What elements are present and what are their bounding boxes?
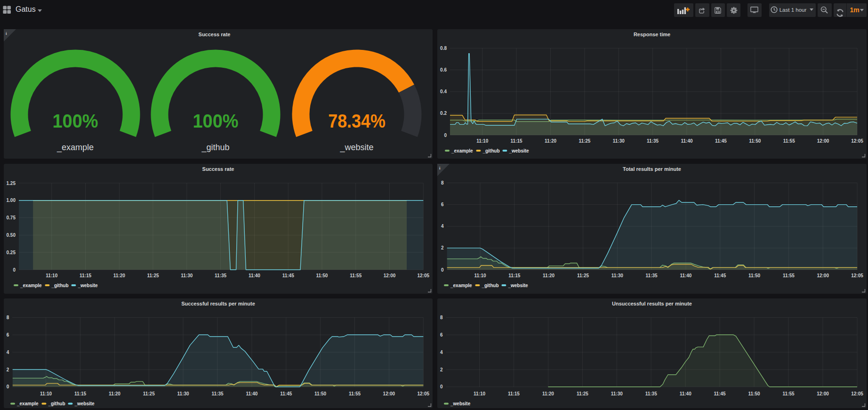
svg-text:11:50: 11:50 (316, 273, 328, 278)
svg-text:_example: _example (16, 401, 39, 406)
svg-text:11:30: 11:30 (177, 391, 189, 396)
svg-text:_example: _example (450, 283, 472, 288)
svg-text:11:10: 11:10 (474, 391, 485, 396)
svg-text:0.4: 0.4 (440, 89, 447, 94)
svg-text:8: 8 (7, 315, 9, 320)
svg-text:11:50: 11:50 (748, 391, 760, 396)
svg-text:11:30: 11:30 (613, 138, 625, 144)
svg-text:78.34%: 78.34% (328, 110, 386, 132)
svg-text:_website: _website (507, 283, 528, 288)
svg-text:0.50: 0.50 (7, 233, 16, 238)
svg-text:11:35: 11:35 (647, 138, 659, 144)
svg-text:11:35: 11:35 (215, 273, 226, 278)
svg-text:11:15: 11:15 (508, 391, 520, 396)
svg-text:11:25: 11:25 (577, 391, 588, 396)
svg-text:11:10: 11:10 (474, 273, 486, 278)
svg-text:2: 2 (441, 245, 444, 250)
svg-text:12:05: 12:05 (418, 273, 430, 278)
svg-text:_github: _github (48, 401, 65, 406)
svg-text:11:30: 11:30 (611, 273, 623, 278)
svg-text:11:30: 11:30 (611, 391, 623, 396)
svg-text:11:15: 11:15 (80, 273, 91, 278)
svg-text:12:05: 12:05 (418, 391, 430, 396)
svg-text:0.25: 0.25 (7, 250, 16, 255)
svg-text:2: 2 (440, 367, 443, 372)
svg-text:1.25: 1.25 (7, 181, 16, 186)
svg-text:11:35: 11:35 (646, 273, 658, 278)
svg-text:0.6: 0.6 (440, 67, 447, 72)
svg-text:11:50: 11:50 (314, 391, 326, 396)
svg-text:_website: _website (508, 148, 529, 153)
svg-text:12:05: 12:05 (851, 273, 863, 278)
svg-text:_github: _github (51, 283, 68, 288)
svg-text:_website: _website (339, 143, 373, 153)
svg-text:6: 6 (440, 332, 443, 338)
svg-text:11:45: 11:45 (714, 391, 726, 396)
svg-text:0: 0 (440, 384, 443, 389)
svg-text:11:50: 11:50 (748, 273, 760, 278)
svg-text:_website: _website (74, 401, 95, 406)
svg-text:6: 6 (441, 202, 444, 207)
svg-text:11:25: 11:25 (577, 273, 589, 278)
svg-text:11:10: 11:10 (476, 138, 488, 144)
svg-text:8: 8 (441, 180, 444, 185)
svg-text:12:00: 12:00 (817, 273, 829, 278)
svg-text:11:45: 11:45 (714, 273, 726, 278)
svg-text:_website: _website (450, 401, 471, 406)
svg-text:11:15: 11:15 (74, 391, 86, 396)
svg-text:12:05: 12:05 (851, 391, 863, 396)
svg-text:_example: _example (56, 143, 94, 153)
svg-text:11:55: 11:55 (350, 273, 362, 278)
svg-text:12:00: 12:00 (384, 273, 396, 278)
svg-text:11:45: 11:45 (282, 273, 294, 278)
svg-text:11:40: 11:40 (680, 273, 691, 278)
svg-text:_example: _example (20, 283, 42, 288)
svg-text:2: 2 (7, 367, 9, 372)
svg-text:11:25: 11:25 (579, 138, 590, 144)
svg-text:11:20: 11:20 (545, 138, 556, 144)
svg-text:11:20: 11:20 (542, 391, 554, 396)
svg-text:11:20: 11:20 (543, 273, 555, 278)
svg-text:100%: 100% (193, 110, 239, 132)
svg-text:11:55: 11:55 (783, 273, 795, 278)
svg-text:_website: _website (77, 283, 98, 288)
svg-text:100%: 100% (53, 110, 98, 132)
svg-text:4: 4 (440, 350, 443, 355)
svg-text:12:00: 12:00 (383, 391, 395, 396)
svg-text:0: 0 (444, 133, 447, 138)
svg-text:11:40: 11:40 (249, 273, 260, 278)
svg-text:4: 4 (7, 350, 9, 355)
svg-text:0.2: 0.2 (440, 111, 447, 116)
svg-text:0: 0 (441, 267, 444, 273)
svg-text:11:40: 11:40 (680, 391, 691, 396)
svg-text:11:10: 11:10 (40, 391, 52, 396)
svg-text:_github: _github (482, 148, 499, 153)
svg-text:11:20: 11:20 (109, 391, 121, 396)
svg-text:1.00: 1.00 (7, 198, 16, 203)
svg-text:11:55: 11:55 (783, 138, 795, 144)
svg-text:12:00: 12:00 (817, 391, 829, 396)
svg-text:11:20: 11:20 (113, 273, 125, 278)
svg-text:11:55: 11:55 (349, 391, 361, 396)
svg-text:11:45: 11:45 (280, 391, 292, 396)
svg-text:0.75: 0.75 (7, 215, 16, 220)
svg-text:12:05: 12:05 (851, 138, 863, 144)
svg-text:11:15: 11:15 (508, 273, 520, 278)
svg-text:0: 0 (13, 267, 16, 273)
svg-text:11:25: 11:25 (143, 391, 155, 396)
svg-text:_example: _example (451, 148, 473, 153)
svg-text:11:10: 11:10 (46, 273, 57, 278)
svg-text:11:55: 11:55 (782, 391, 794, 396)
svg-text:11:45: 11:45 (715, 138, 727, 144)
svg-text:12:00: 12:00 (817, 138, 829, 144)
svg-text:0.8: 0.8 (440, 46, 447, 51)
svg-text:11:15: 11:15 (511, 138, 522, 144)
svg-text:11:40: 11:40 (246, 391, 257, 396)
svg-text:8: 8 (440, 315, 443, 320)
svg-text:11:30: 11:30 (181, 273, 193, 278)
svg-text:11:35: 11:35 (645, 391, 657, 396)
svg-text:6: 6 (7, 332, 9, 338)
svg-text:11:40: 11:40 (681, 138, 692, 144)
svg-text:_github: _github (201, 143, 229, 153)
svg-text:11:50: 11:50 (749, 138, 761, 144)
